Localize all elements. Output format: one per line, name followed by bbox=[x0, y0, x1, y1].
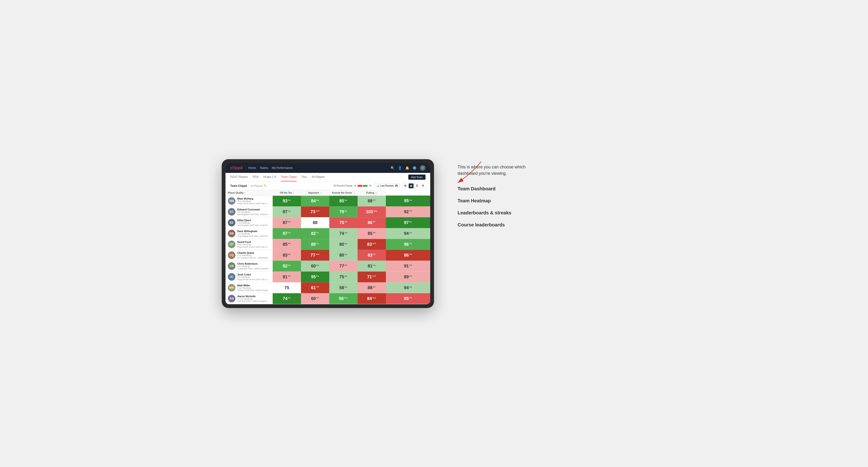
last-rounds-value: 20 bbox=[395, 184, 398, 187]
stat-cell-around-green: 866▼ bbox=[358, 217, 386, 228]
table-row[interactable]: EE Elliot Ebert 1-5 Handicap Sunningdale… bbox=[225, 217, 430, 228]
stat-cell-off-tee: 7714▼ bbox=[301, 250, 329, 261]
stat-value: 60 bbox=[311, 296, 316, 301]
player-handicap: 11-15 Handicap bbox=[237, 298, 270, 300]
stat-value: 77 bbox=[311, 253, 315, 257]
col-header-putting[interactable]: Putting → bbox=[358, 190, 386, 196]
stat-value: 71 bbox=[367, 275, 372, 279]
col-header-approach[interactable]: Approach → bbox=[301, 190, 329, 196]
stat-cell-player-quality: 823▲ bbox=[273, 261, 301, 272]
table-row[interactable]: BM Blair McHarg Plus Handicap Royal Nort… bbox=[225, 195, 430, 206]
col-header-player: Player Quality ↓ bbox=[225, 190, 273, 196]
view-list-button[interactable]: ☰ bbox=[414, 183, 420, 188]
player-cell: AN Aaron Nicholls 11-15 Handicap Drift G… bbox=[225, 293, 273, 304]
tab-pga[interactable]: PGA bbox=[253, 173, 258, 181]
stat-value: 84 bbox=[367, 296, 372, 301]
nav-teams[interactable]: Teams bbox=[260, 165, 268, 170]
table-row[interactable]: AN Aaron Nicholls 11-15 Handicap Drift G… bbox=[225, 293, 430, 304]
stat-cell-around-green: 814▲ bbox=[358, 261, 386, 272]
tab-hcaps[interactable]: Hcaps 1-5 bbox=[263, 173, 276, 181]
table-wrapper: Player Quality ↓ Off the Tee ↓ Approach … bbox=[225, 190, 430, 304]
player-name: Charlie Quick bbox=[237, 251, 270, 254]
separator: | bbox=[248, 184, 249, 187]
player-handicap: 6-10 Handicap bbox=[237, 287, 270, 289]
stat-cell-approach: 801▲ bbox=[329, 250, 358, 261]
stat-cell-putting: 963▲ bbox=[386, 239, 430, 250]
table-row[interactable]: JC Josh Coles 1-5 Handicap Royal North D… bbox=[225, 272, 430, 282]
player-name: Chris Robertson bbox=[237, 262, 270, 265]
table-row[interactable]: CQ Charlie Quick 6-10 Handicap St. Georg… bbox=[225, 250, 430, 261]
player-avatar: EE bbox=[228, 219, 236, 226]
settings-icon[interactable]: ⚙️ bbox=[412, 166, 416, 170]
tab-tour[interactable]: Tour bbox=[302, 173, 307, 181]
nav-items: Home Teams My Performance bbox=[248, 165, 385, 170]
view-settings-button[interactable]: ⬇ bbox=[420, 183, 426, 188]
stat-value: 93 bbox=[283, 198, 287, 203]
stat-value: 58 bbox=[339, 296, 344, 301]
change-bar bbox=[358, 185, 368, 187]
nav-home[interactable]: Home bbox=[248, 165, 256, 170]
player-handicap: 1-5 Handicap bbox=[237, 232, 270, 235]
col-header-off-tee[interactable]: Off the Tee ↓ bbox=[273, 190, 301, 196]
stat-cell-putting: 975▲ bbox=[386, 217, 430, 228]
stat-cell-around-green: 8310▼ bbox=[358, 239, 386, 250]
nav-my-performance[interactable]: My Performance bbox=[272, 165, 292, 170]
stat-cell-around-green: 7111▼ bbox=[358, 272, 386, 282]
stat-value: 74 bbox=[283, 296, 287, 301]
view-grid-button[interactable]: ⊞ bbox=[403, 183, 408, 188]
tab-all-players[interactable]: All Players bbox=[312, 173, 325, 181]
stat-cell-off-tee: 613▼ bbox=[301, 282, 329, 293]
stat-cell-player-quality: 813▼ bbox=[273, 272, 301, 282]
stat-value: 74 bbox=[339, 231, 344, 236]
tablet-frame: clippd Home Teams My Performance 🔍 👤 🔔 ⚙… bbox=[222, 159, 434, 308]
stat-cell-around-green: 10315▲ bbox=[358, 206, 386, 217]
last-rounds-label: Last Rounds: bbox=[380, 184, 394, 187]
player-handicap: 1-5 Handicap bbox=[237, 276, 270, 278]
sub-nav: PGAT Players PGA Hcaps 1-5 Team Clippd T… bbox=[225, 173, 430, 182]
stat-value: 80 bbox=[339, 242, 344, 247]
player-club: Drift Golf Club, United Kingdom bbox=[237, 300, 270, 302]
player-name: Aaron Nicholls bbox=[237, 295, 270, 298]
tab-team-clippd[interactable]: Team Clippd bbox=[281, 173, 297, 181]
table-row[interactable]: DF David Ford Plus Handicap Royal North … bbox=[225, 239, 430, 250]
user-icon[interactable]: 👤 bbox=[398, 166, 402, 170]
col-header-around-green[interactable]: Around the Green → bbox=[329, 190, 358, 196]
search-icon[interactable]: 🔍 bbox=[391, 166, 395, 170]
stat-cell-off-tee: 958▲ bbox=[301, 272, 329, 282]
bell-icon[interactable]: 🔔 bbox=[405, 166, 409, 170]
stat-cell-off-tee: 897▲ bbox=[301, 239, 329, 250]
table-row[interactable]: CR Chris Robertson 1-5 Handicap Craigmil… bbox=[225, 261, 430, 272]
team-controls: 20 Round Change -5 +5 📊 Last Rounds: 20 bbox=[333, 183, 426, 188]
tab-pgat-players[interactable]: PGAT Players bbox=[230, 173, 248, 181]
stat-cell-putting: 941▲ bbox=[386, 228, 430, 239]
table-row[interactable]: MM Matt Miller 6-10 Handicap Woburn Golf… bbox=[225, 282, 430, 293]
player-club: Craigmillar Park, United Kingdom bbox=[237, 268, 270, 270]
add-team-button[interactable]: Add Team bbox=[408, 175, 426, 180]
stat-value: 83 bbox=[368, 253, 372, 257]
stat-cell-around-green: 8421▲ bbox=[358, 293, 386, 304]
last-rounds-button[interactable]: 📊 Last Rounds: 20 bbox=[374, 184, 400, 188]
stat-cell-off-tee: 88 bbox=[301, 217, 329, 228]
stat-value: 85 bbox=[339, 198, 344, 203]
table-row[interactable]: EC Edward Crossman 1-5 Handicap Sunningd… bbox=[225, 206, 430, 217]
player-avatar: DF bbox=[228, 241, 236, 248]
stat-value: 88 bbox=[368, 285, 372, 290]
stat-cell-putting: 913▼ bbox=[386, 261, 430, 272]
player-name: Matt Miller bbox=[237, 284, 270, 287]
change-plus: +5 bbox=[369, 184, 371, 187]
table-row[interactable]: DB Dave Billingham 1-5 Handicap Gog Mago… bbox=[225, 228, 430, 239]
view-heatmap-button[interactable]: ▦ bbox=[408, 183, 414, 188]
annotation-area: This is where you can choose which dashb… bbox=[448, 159, 646, 234]
stat-value: 84 bbox=[311, 198, 316, 203]
player-name: Blair McHarg bbox=[237, 197, 270, 200]
dashboard-option-3: Course leaderboards bbox=[458, 222, 646, 228]
edit-icon[interactable]: ✏️ bbox=[264, 184, 267, 187]
avatar[interactable]: U bbox=[420, 165, 426, 171]
stat-cell-around-green: 853▼ bbox=[358, 228, 386, 239]
stat-value: 80 bbox=[339, 253, 344, 257]
stat-value: 95 bbox=[311, 275, 316, 279]
dashboard-option-1: Team Heatmap bbox=[458, 198, 646, 204]
stat-value: 97 bbox=[404, 220, 409, 225]
stat-cell-player-quality: 871▲ bbox=[273, 206, 301, 217]
stat-cell-approach: 753▼ bbox=[329, 217, 358, 228]
